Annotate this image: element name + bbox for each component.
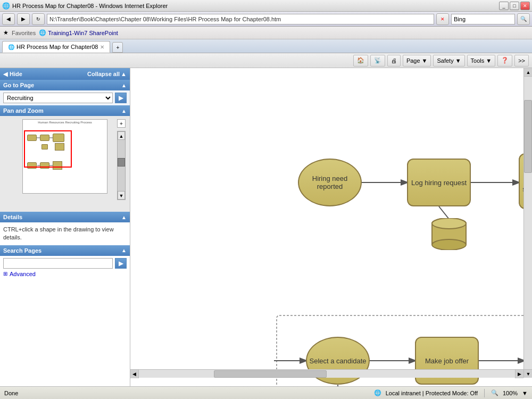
- search-pages-label: Search Pages: [3, 247, 41, 254]
- select-candidate-label: Select a candidate: [310, 357, 367, 365]
- tools-menu[interactable]: Tools ▼: [467, 55, 496, 66]
- advanced-row: ⊞ Advanced: [3, 271, 127, 277]
- tab-label: HR Process Map for Chapter08: [16, 44, 98, 50]
- address-bar: ◀ ▶ ↻ N:\Transfer\Book\Chapters\Chapter …: [0, 12, 532, 27]
- shape-hiring-need[interactable]: Hiring need reported: [298, 159, 362, 206]
- h-scrollbar[interactable]: ◀ ▶: [130, 369, 523, 378]
- favorites-item-training[interactable]: 🌐 Training1-Win7 SharePoint: [39, 29, 118, 36]
- scroll-left-button[interactable]: ◀: [130, 370, 139, 378]
- maximize-button[interactable]: □: [510, 2, 519, 10]
- zoom-slider-up[interactable]: ▲: [118, 131, 125, 140]
- minimap[interactable]: Human Resources Recruiting Process: [22, 119, 107, 194]
- hide-label: Hide: [10, 71, 22, 77]
- home-button[interactable]: 🏠: [353, 55, 368, 66]
- back-button[interactable]: ◀: [2, 13, 15, 25]
- left-panel: ◀ Hide Collapse all ▲ Go to Page ▲ Recru…: [0, 68, 130, 386]
- zoom-text: 100%: [503, 390, 518, 396]
- details-text-area: CTRL+click a shape in the drawing to vie…: [0, 222, 130, 245]
- diagram-canvas: Hiring need reported Log hiring request …: [130, 68, 532, 386]
- collapse-all-button[interactable]: Collapse all ▲: [87, 71, 127, 77]
- window-title: HR Process Map for Chapter08 - Windows I…: [12, 3, 499, 9]
- zoom-in-button[interactable]: +: [117, 119, 126, 128]
- search-go-button[interactable]: ▶: [115, 258, 127, 269]
- main-layout: ◀ Hide Collapse all ▲ Go to Page ▲ Recru…: [0, 68, 532, 386]
- zone-icon: 🌐: [374, 389, 381, 396]
- new-tab-button[interactable]: +: [112, 42, 123, 53]
- svg-point-21: [432, 239, 466, 250]
- refresh-button[interactable]: ↻: [32, 13, 45, 25]
- panel-header: ◀ Hide Collapse all ▲: [0, 68, 130, 80]
- content-area: Hiring need reported Log hiring request …: [130, 68, 532, 386]
- tab-close-icon[interactable]: ✕: [100, 44, 104, 50]
- tools-label: Tools: [471, 57, 485, 64]
- section-collapse-icon: ▲: [121, 82, 127, 88]
- hide-button[interactable]: ◀ Hide: [3, 71, 22, 78]
- page-menu[interactable]: Page ▼: [403, 55, 431, 66]
- pan-zoom-section[interactable]: Pan and Zoom ▲: [0, 105, 130, 116]
- status-text: Done: [4, 390, 18, 396]
- main-tab[interactable]: 🌐 HR Process Map for Chapter08 ✕: [2, 41, 110, 53]
- v-scrollbar-thumb[interactable]: [524, 100, 532, 173]
- tools-chevron-icon: ▼: [486, 57, 492, 64]
- sharepoint-icon: 🌐: [39, 29, 46, 36]
- svg-point-22: [432, 218, 466, 229]
- pan-zoom-label: Pan and Zoom: [3, 107, 44, 114]
- safety-chevron-icon: ▼: [455, 57, 461, 64]
- expand-icon: ⊞: [3, 271, 7, 277]
- shape-log-hiring[interactable]: Log hiring request: [407, 159, 471, 206]
- go-arrow-icon: ▶: [119, 94, 123, 102]
- details-section[interactable]: Details ▲: [0, 212, 130, 222]
- minimap-content: [23, 124, 107, 194]
- go-to-page-label: Go to Page: [3, 82, 34, 88]
- details-collapse-icon: ▲: [121, 214, 127, 220]
- advanced-label: Advanced: [10, 271, 36, 277]
- print-button[interactable]: 🖨: [387, 55, 401, 66]
- safety-label: Safety: [437, 57, 453, 64]
- go-button[interactable]: ▶: [115, 93, 127, 103]
- search-pages-collapse-icon: ▲: [121, 247, 127, 253]
- go-to-page-controls: Recruiting ▶: [0, 90, 130, 105]
- status-bar: Done 🌐 Local intranet | Protected Mode: …: [0, 386, 532, 399]
- search-input[interactable]: [451, 14, 515, 24]
- zoom-slider[interactable]: ▲ ▼: [117, 131, 126, 200]
- shape-cylinder[interactable]: [431, 218, 467, 250]
- favorites-bar: ★ Favorites 🌐 Training1-Win7 SharePoint: [0, 27, 532, 39]
- zoom-thumb[interactable]: [118, 158, 125, 167]
- safety-menu[interactable]: Safety ▼: [433, 55, 464, 66]
- scroll-up-button[interactable]: ▲: [524, 68, 532, 77]
- divider: [484, 389, 485, 397]
- zoom-slider-down[interactable]: ▼: [118, 191, 125, 200]
- close-button[interactable]: ✕: [520, 2, 530, 10]
- h-scrollbar-track: [139, 370, 515, 378]
- pan-zoom-area: Human Resources Recruiting Process: [0, 116, 130, 212]
- search-pages-input[interactable]: [3, 258, 113, 269]
- make-offer-label: Make job offer: [425, 357, 469, 365]
- hiring-need-label: Hiring need reported: [299, 174, 361, 190]
- favorites-item-label: Training1-Win7 SharePoint: [48, 30, 118, 36]
- page-select[interactable]: Recruiting: [3, 93, 113, 103]
- zoom-controls: +: [117, 119, 126, 128]
- search-pages-section[interactable]: Search Pages ▲: [0, 245, 130, 256]
- v-scrollbar-track: [524, 85, 532, 378]
- refresh-stop-button[interactable]: ✕: [436, 13, 449, 25]
- favorites-label: Favorites: [12, 30, 36, 36]
- address-field[interactable]: N:\Transfer\Book\Chapters\Chapter 08\Wor…: [47, 14, 434, 24]
- go-to-page-section[interactable]: Go to Page ▲: [0, 80, 130, 90]
- scroll-down-button[interactable]: ▼: [524, 369, 532, 378]
- mini-arrows: [23, 124, 107, 194]
- pan-zoom-collapse-icon: ▲: [121, 108, 127, 114]
- address-text: N:\Transfer\Book\Chapters\Chapter 08\Wor…: [49, 16, 281, 22]
- v-scrollbar[interactable]: ▲ ▼: [523, 68, 532, 378]
- extras-button[interactable]: >>: [514, 55, 529, 66]
- search-input-row: ▶: [3, 258, 127, 269]
- forward-button[interactable]: ▶: [17, 13, 30, 25]
- page-label: Page: [406, 57, 420, 64]
- search-icon[interactable]: 🔍: [517, 13, 530, 25]
- minimize-button[interactable]: _: [499, 2, 509, 10]
- rss-button[interactable]: 📡: [370, 55, 385, 66]
- advanced-link[interactable]: Advanced: [10, 271, 36, 277]
- scroll-right-button[interactable]: ▶: [515, 370, 523, 378]
- h-scrollbar-thumb[interactable]: [214, 370, 327, 378]
- help-button[interactable]: ❓: [497, 55, 512, 66]
- zoom-icon: 🔍: [491, 389, 498, 396]
